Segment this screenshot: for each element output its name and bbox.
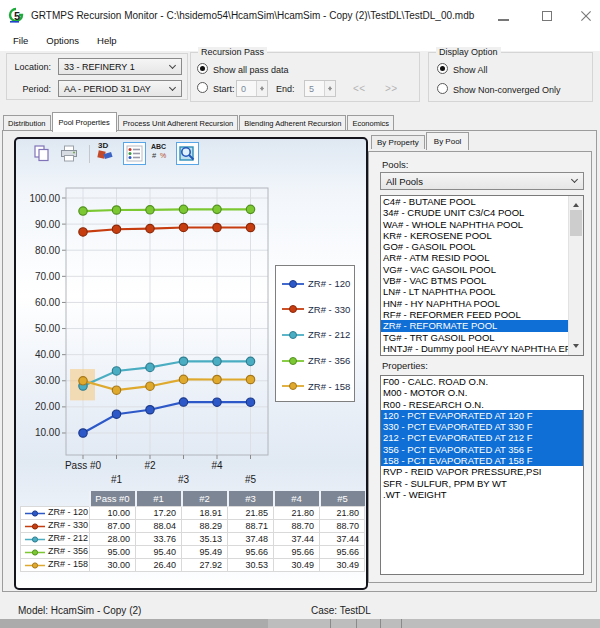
property-list-item[interactable]: .WT - WEIGHT xyxy=(381,489,583,500)
svg-text:#2: #2 xyxy=(144,460,156,471)
property-list-item[interactable]: F00 - CALC. ROAD O.N. xyxy=(381,376,583,387)
pool-list-item[interactable]: VG# - VAC GASOIL POOL xyxy=(381,264,583,275)
property-list-item[interactable]: RVP - REID VAPOR PRESSURE,PSI xyxy=(381,466,583,477)
pools-dropdown[interactable]: All Pools xyxy=(380,172,584,190)
tab-by-property[interactable]: By Property xyxy=(371,135,425,149)
scroll-thumb[interactable] xyxy=(570,210,582,236)
property-list-item[interactable]: M00 - MOTOR O.N. xyxy=(381,387,583,398)
scroll-down-icon[interactable] xyxy=(569,342,583,355)
tab-blending-adherent-recursion[interactable]: Blending Adherent Recursion xyxy=(239,115,346,131)
pool-list-item[interactable]: TG# - TRT GASOIL POOL xyxy=(381,332,583,343)
show-nonconverged-radio[interactable] xyxy=(437,83,448,94)
pool-list-item[interactable]: KR# - KEROSENE POOL xyxy=(381,230,583,241)
tab-economics[interactable]: Economics xyxy=(347,115,394,131)
spinner-arrows-icon[interactable] xyxy=(256,81,267,96)
property-list-item[interactable]: 356 - PCT EVAPORATED AT 356 F xyxy=(381,444,583,455)
axis-labels-icon[interactable]: ABC # % xyxy=(151,142,173,164)
legend-list-icon[interactable] xyxy=(123,142,146,165)
recursion-pass-group: Recursion Pass Show all pass data Start:… xyxy=(190,52,420,102)
period-dropdown[interactable]: AA - PERIOD 31 DAY xyxy=(58,80,182,97)
tab-distribution[interactable]: Distribution xyxy=(3,115,51,131)
pool-list-item[interactable]: HNTJ# - Dummy pool HEAVY NAPHTHA EP xyxy=(381,343,583,354)
property-list-item[interactable]: SFR - SULFUR, PPM BY WT xyxy=(381,478,583,489)
print-icon[interactable] xyxy=(60,145,78,162)
pool-list-scrollbar[interactable] xyxy=(568,196,583,355)
maximize-button[interactable] xyxy=(542,11,552,21)
pool-list-item[interactable]: LN# - LT NAPHTHA POOL xyxy=(381,286,583,297)
property-list-item[interactable]: R00 - RESEARCH O.N. xyxy=(381,399,583,410)
chevron-down-icon xyxy=(169,62,176,69)
location-dropdown[interactable]: 33 - REFINERY 1 xyxy=(58,58,182,75)
end-spinner[interactable]: 5 xyxy=(304,80,336,97)
legend-item-zr-120: ZR# - 120 xyxy=(276,271,354,297)
recursion-pass-title: Recursion Pass xyxy=(198,47,267,57)
value-cell: 95.00 xyxy=(90,545,136,558)
value-cell: 37.48 xyxy=(228,532,274,545)
value-cell: 21.85 xyxy=(228,506,274,519)
property-list-item[interactable]: 158 - PCT EVAPORATED AT 158 F xyxy=(381,455,583,466)
value-cell: 95.49 xyxy=(182,545,228,558)
legend-item-zr-330: ZR# - 330 xyxy=(276,297,354,323)
value-cell: 88.29 xyxy=(182,519,228,532)
value-cell: 95.66 xyxy=(320,545,365,558)
pool-list-item[interactable]: C4# - BUTANE POOL xyxy=(381,196,583,207)
property-list-item[interactable]: 120 - PCT EVAPORATED AT 120 F xyxy=(381,410,583,421)
svg-text:60.00: 60.00 xyxy=(35,297,60,308)
status-model: Model: HcamSim - Copy (2) xyxy=(18,605,141,616)
tab-process-unit-adherent-recursion[interactable]: Process Unit Adherent Recursion xyxy=(118,115,238,131)
pool-list-item[interactable]: AR# - ATM RESID POOL xyxy=(381,252,583,263)
series-name-cell: ZR# - 356 xyxy=(21,545,90,558)
legend-item-zr-158: ZR# - 158 xyxy=(276,373,354,399)
svg-text:30.00: 30.00 xyxy=(35,375,60,386)
menu-help[interactable]: Help xyxy=(88,30,126,51)
table-header-pass-0: Pass #0 xyxy=(90,491,136,506)
svg-text:5: 5 xyxy=(14,10,20,22)
menu-options[interactable]: Options xyxy=(37,30,88,51)
chevron-down-icon xyxy=(571,176,578,183)
show-all-pass-label[interactable]: Show all pass data xyxy=(213,65,289,75)
spinner-arrows-icon[interactable] xyxy=(324,81,335,96)
value-cell: 10.00 xyxy=(90,506,136,519)
pool-list-item[interactable]: ZR# - REFORMATE POOL xyxy=(381,320,583,331)
status-bar: Model: HcamSim - Copy (2) Case: TestDL xyxy=(0,592,600,619)
start-end-radio[interactable] xyxy=(197,82,208,93)
pool-list-item[interactable]: WA# - WHOLE NAPHTHA POOL xyxy=(381,219,583,230)
minimize-button[interactable] xyxy=(498,19,509,21)
value-cell: 30.49 xyxy=(274,558,320,571)
property-list-item[interactable]: 212 - PCT EVAPORATED AT 212 F xyxy=(381,432,583,443)
show-nonconverged-label[interactable]: Show Non-converged Only xyxy=(453,85,561,95)
svg-text:#1: #1 xyxy=(111,474,123,485)
value-cell: 95.40 xyxy=(136,545,182,558)
pool-list-item[interactable]: GO# - GASOIL POOL xyxy=(381,241,583,252)
chart-toolbar: 3D ABC # % xyxy=(16,143,366,169)
menu-file[interactable]: File xyxy=(4,30,37,51)
show-all-pass-radio[interactable] xyxy=(197,63,208,74)
svg-text:100.00: 100.00 xyxy=(29,193,60,204)
pool-list-item[interactable]: HN# - HY NAPHTHA POOL xyxy=(381,298,583,309)
table-header-5: #5 xyxy=(320,491,365,506)
pool-listbox: C4# - BUTANE POOL34# - CRUDE UNIT C3/C4 … xyxy=(380,195,584,356)
pool-list-item[interactable]: VB# - VAC BTMS POOL xyxy=(381,275,583,286)
show-all-label[interactable]: Show All xyxy=(453,65,488,75)
3d-rotate-icon[interactable]: 3D xyxy=(96,141,118,165)
legend-item-zr-212: ZR# - 212 xyxy=(276,322,354,348)
display-option-title: Display Option xyxy=(436,47,501,57)
value-cell: 30.49 xyxy=(320,558,365,571)
tab-by-pool[interactable]: By Pool xyxy=(426,132,470,150)
prev-pass-button[interactable]: << xyxy=(353,83,366,94)
property-list-item[interactable]: 330 - PCT EVAPORATED AT 330 F xyxy=(381,421,583,432)
copy-page-icon[interactable] xyxy=(33,145,50,162)
pool-list-item[interactable]: RF# - REFORMER FEED POOL xyxy=(381,309,583,320)
value-cell: 26.40 xyxy=(136,558,182,571)
next-pass-button[interactable]: >> xyxy=(385,83,398,94)
show-all-radio[interactable] xyxy=(437,63,448,74)
svg-text:90.00: 90.00 xyxy=(35,219,60,230)
pool-list-item[interactable]: 34# - CRUDE UNIT C3/C4 POOL xyxy=(381,207,583,218)
table-header-2: #2 xyxy=(182,491,228,506)
start-spinner[interactable]: 0 xyxy=(236,80,268,97)
zoom-magnifier-icon[interactable] xyxy=(176,142,199,165)
close-button[interactable] xyxy=(580,10,592,22)
tab-pool-properties[interactable]: Pool Properties xyxy=(52,112,117,132)
value-cell: 30.53 xyxy=(228,558,274,571)
scroll-up-icon[interactable] xyxy=(569,196,583,209)
